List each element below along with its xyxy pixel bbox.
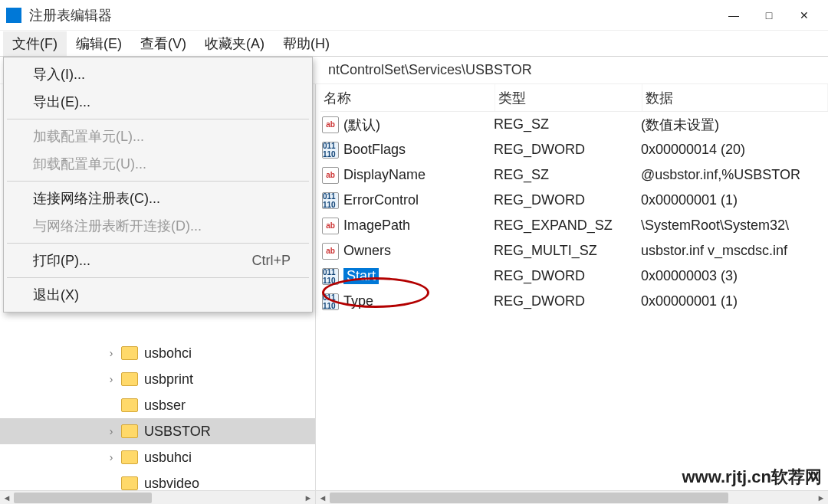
value-type: REG_MULTI_SZ (494, 243, 641, 259)
menu-connect-network[interactable]: 连接网络注册表(C)... (5, 185, 310, 212)
scroll-left-icon[interactable]: ◄ (0, 491, 14, 504)
value-name: Start (343, 268, 494, 284)
menu-separator (7, 243, 309, 244)
menu-unload-hive: 卸载配置单元(U)... (5, 150, 310, 178)
binary-value-icon: 011 110 (322, 192, 339, 209)
value-name: DisplayName (343, 167, 494, 183)
tree-scroll-thumb[interactable] (14, 493, 152, 503)
value-type: REG_DWORD (494, 268, 641, 284)
menu-disconnect-network: 与网络注册表断开连接(D)... (5, 212, 310, 240)
tree-item[interactable]: ›usbuhci (0, 444, 315, 470)
tree-item-label: usbuhci (144, 450, 192, 466)
list-row[interactable]: 011 110ErrorControlREG_DWORD0x00000001 (… (320, 188, 828, 213)
menu-file[interactable]: 文件(F) (3, 31, 67, 56)
column-name[interactable]: 名称 (320, 84, 495, 111)
menu-load-hive: 加载配置单元(L)... (5, 123, 310, 150)
string-value-icon: ab (322, 243, 339, 260)
value-data: (数值未设置) (641, 116, 828, 134)
string-value-icon: ab (322, 218, 339, 234)
value-data: 0x00000001 (1) (641, 192, 828, 208)
folder-icon (121, 476, 138, 490)
list-body: ab(默认)REG_SZ(数值未设置)011 110BootFlagsREG_D… (320, 112, 828, 314)
tree-item[interactable]: ›usbohci (0, 340, 315, 366)
menubar: 文件(F) 编辑(E) 查看(V) 收藏夹(A) 帮助(H) (0, 31, 828, 57)
tree-item-label: usbohci (144, 345, 192, 362)
value-name: Type (343, 293, 494, 309)
chevron-right-icon[interactable]: › (104, 347, 118, 359)
list-hscroll[interactable]: ◄ ► (316, 491, 828, 504)
value-type: REG_SZ (494, 116, 641, 133)
list-row[interactable]: abOwnersREG_MULTI_SZusbstor.inf v_mscdsc… (320, 238, 828, 263)
list-row[interactable]: ab(默认)REG_SZ(数值未设置) (320, 112, 828, 137)
list-row[interactable]: abDisplayNameREG_SZ@usbstor.inf,%USBSTOR (320, 162, 828, 188)
chevron-right-icon[interactable]: › (104, 373, 118, 385)
app-icon (6, 8, 21, 23)
tree-item[interactable]: ›USBSTOR (0, 418, 315, 444)
list-row[interactable]: abImagePathREG_EXPAND_SZ\SystemRoot\Syst… (320, 213, 828, 238)
tree-item-label: usbser (144, 398, 186, 414)
value-data: @usbstor.inf,%USBSTOR (641, 167, 828, 183)
tree-item[interactable]: usbser (0, 392, 315, 418)
value-type: REG_DWORD (494, 293, 641, 309)
window-title: 注册表编辑器 (29, 6, 112, 25)
titlebar: 注册表编辑器 — □ ✕ (0, 0, 828, 31)
chevron-right-icon[interactable]: › (104, 425, 118, 437)
tree-item[interactable]: usbvideo (0, 470, 315, 490)
menu-separator (7, 181, 309, 182)
value-name: BootFlags (343, 142, 494, 158)
scroll-right-icon[interactable]: ► (814, 491, 828, 504)
value-data: \SystemRoot\System32\ (641, 218, 828, 234)
scroll-right-icon[interactable]: ► (301, 491, 315, 504)
menu-separator (7, 277, 309, 278)
tree-item-label: usbprint (144, 371, 193, 388)
list-header: 名称 类型 数据 (320, 84, 828, 112)
tree-hscroll[interactable]: ◄ ► (0, 491, 316, 504)
close-button[interactable]: ✕ (787, 3, 822, 28)
value-type: REG_SZ (494, 167, 641, 183)
scroll-left-icon[interactable]: ◄ (316, 491, 330, 504)
column-data[interactable]: 数据 (642, 84, 828, 111)
list-pane: 名称 类型 数据 ab(默认)REG_SZ(数值未设置)011 110BootF… (320, 84, 828, 490)
folder-icon (121, 424, 138, 438)
binary-value-icon: 011 110 (322, 268, 339, 285)
value-data: 0x00000014 (20) (641, 142, 828, 158)
minimize-button[interactable]: — (716, 3, 751, 28)
chevron-right-icon[interactable]: › (104, 451, 118, 463)
binary-value-icon: 011 110 (322, 293, 339, 310)
watermark: www.rjtj.cn软荐网 (682, 466, 822, 489)
menu-help[interactable]: 帮助(H) (274, 31, 339, 56)
address-path: ntControlSet\Services\USBSTOR (328, 62, 532, 78)
menu-edit[interactable]: 编辑(E) (67, 31, 131, 56)
value-data: 0x00000003 (3) (641, 268, 828, 284)
shortcut-label: Ctrl+P (251, 253, 297, 269)
menu-separator (7, 119, 309, 119)
menu-favorites[interactable]: 收藏夹(A) (196, 31, 274, 56)
binary-value-icon: 011 110 (322, 142, 339, 159)
value-type: REG_DWORD (494, 142, 641, 158)
menu-export[interactable]: 导出(E)... (5, 88, 310, 116)
tree-item-label: usbvideo (144, 476, 199, 491)
tree-item[interactable]: ›usbprint (0, 366, 315, 392)
value-name: Owners (343, 243, 494, 259)
list-row[interactable]: 011 110BootFlagsREG_DWORD0x00000014 (20) (320, 137, 828, 162)
list-scroll-thumb[interactable] (330, 493, 728, 503)
value-type: REG_EXPAND_SZ (494, 218, 641, 234)
value-data: usbstor.inf v_mscdsc.inf (641, 243, 828, 259)
menu-import[interactable]: 导入(I)... (5, 61, 310, 88)
horizontal-scrollbars: ◄ ► ◄ ► (0, 490, 828, 504)
folder-icon (121, 398, 138, 412)
value-name: (默认) (343, 116, 494, 134)
string-value-icon: ab (322, 167, 339, 184)
maximize-button[interactable]: □ (751, 3, 787, 28)
value-name: ImagePath (343, 218, 494, 234)
list-row[interactable]: 011 110TypeREG_DWORD0x00000001 (1) (320, 289, 828, 314)
column-type[interactable]: 类型 (495, 84, 642, 111)
list-row[interactable]: 011 110StartREG_DWORD0x00000003 (3) (320, 263, 828, 289)
menu-view[interactable]: 查看(V) (131, 31, 196, 56)
menu-exit[interactable]: 退出(X) (5, 281, 310, 309)
file-menu-dropdown: 导入(I)... 导出(E)... 加载配置单元(L)... 卸载配置单元(U)… (3, 57, 313, 313)
string-value-icon: ab (322, 116, 339, 133)
tree-item-label: USBSTOR (144, 424, 211, 440)
folder-icon (121, 450, 138, 464)
menu-print[interactable]: 打印(P)... Ctrl+P (5, 247, 310, 274)
